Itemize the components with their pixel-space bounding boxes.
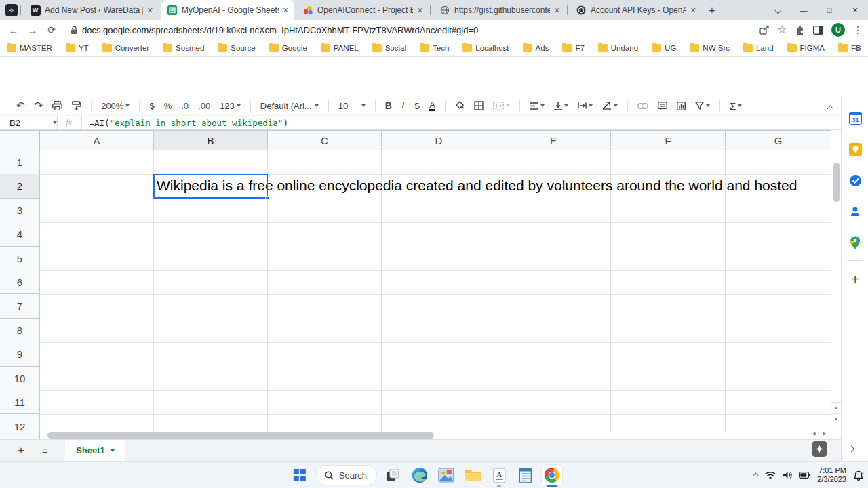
borders-button[interactable]	[474, 101, 484, 110]
contacts-icon[interactable]	[847, 203, 863, 220]
keep-icon[interactable]	[847, 141, 863, 157]
tab-close-icon[interactable]: ✕	[690, 6, 696, 15]
format-currency-button[interactable]: $	[149, 101, 154, 111]
column-header-E[interactable]: E	[496, 130, 611, 150]
row-header-8[interactable]: 8	[0, 319, 40, 342]
vertical-scrollbar[interactable]	[831, 150, 841, 413]
row-header-7[interactable]: 7	[0, 294, 40, 319]
bookmark-folder[interactable]: NW Src	[690, 44, 730, 52]
bookmark-folder[interactable]: Social	[372, 44, 406, 52]
tab-waredata[interactable]: W Add New Post ‹ WareData | Tech ✕	[24, 0, 159, 20]
column-header-A[interactable]: A	[40, 130, 154, 150]
reload-button[interactable]: ⟳	[42, 24, 61, 35]
tab-close-icon[interactable]: ✕	[283, 6, 289, 15]
scroll-right-button[interactable]: ▶	[819, 428, 830, 439]
font-size-select[interactable]: 10	[338, 101, 366, 111]
scroll-down-button[interactable]: ▼	[831, 413, 841, 424]
formula-input[interactable]: =AI("explain in short about wikipedia")	[89, 118, 288, 128]
tab-close-icon[interactable]: ✕	[417, 6, 423, 15]
bookmark-folder[interactable]: Land	[743, 44, 774, 52]
bookmark-folder[interactable]: Source	[218, 44, 255, 52]
new-tab-button[interactable]: +	[705, 3, 719, 17]
fill-color-button[interactable]	[455, 101, 465, 110]
hide-side-panel-chevron-icon[interactable]	[849, 442, 854, 454]
bookmark-folder[interactable]: PANEL	[321, 44, 359, 52]
select-all-corner[interactable]	[0, 130, 40, 150]
functions-button[interactable]: Σ	[730, 100, 742, 112]
window-close-button[interactable]: ✕	[842, 0, 868, 20]
notifications-bell-icon[interactable]: z	[853, 470, 864, 481]
all-sheets-button[interactable]: ≡	[42, 445, 47, 456]
tab-close-icon[interactable]: ✕	[147, 6, 153, 15]
tab-close-icon[interactable]: ✕	[554, 6, 560, 15]
share-page-icon[interactable]	[760, 25, 770, 35]
row-header-10[interactable]: 10	[0, 367, 40, 390]
tasks-icon[interactable]	[847, 172, 863, 188]
merge-cells-button[interactable]	[493, 102, 510, 110]
paint-format-button[interactable]	[72, 101, 81, 110]
calendar-icon[interactable]: 31	[847, 110, 863, 126]
spreadsheet-grid[interactable]: A B C D E F G 1 2 3 4 5 6 7 8 9 10 11 12	[0, 130, 841, 439]
format-percent-button[interactable]: %	[164, 101, 172, 111]
tray-chevron-up-icon[interactable]	[753, 469, 758, 481]
word-document-app-icon[interactable]: A	[489, 465, 509, 485]
collapse-toolbar-chevron-icon[interactable]	[828, 102, 833, 114]
text-rotation-button[interactable]	[602, 102, 618, 110]
pinned-tab-icon[interactable]: ✧	[5, 4, 18, 16]
name-box[interactable]: B2	[0, 118, 57, 128]
forward-button[interactable]: →	[23, 24, 42, 36]
tab-openaiconnect[interactable]: OpenAIConnect - Project Editor ✕	[297, 0, 429, 20]
bookmark-folder[interactable]: Undang	[598, 44, 638, 52]
text-color-button[interactable]: A	[429, 101, 435, 111]
create-filter-button[interactable]	[695, 102, 710, 110]
row-header-2[interactable]: 2	[0, 174, 40, 199]
insert-comment-button[interactable]	[658, 102, 667, 110]
tab-gist[interactable]: https://gist.githubusercontent.co ✕	[434, 0, 566, 20]
column-header-C[interactable]: C	[268, 130, 382, 150]
back-button[interactable]: ←	[4, 24, 23, 36]
row-header-11[interactable]: 11	[0, 390, 40, 414]
more-formats-button[interactable]: 123	[220, 101, 241, 111]
row-header-1[interactable]: 1	[0, 150, 40, 174]
taskbar-clock[interactable]: 7:01 PM 2/3/2023	[817, 466, 846, 484]
photos-app-icon[interactable]	[436, 465, 456, 485]
decrease-decimals-button[interactable]: .0	[181, 101, 189, 111]
column-header-D[interactable]: D	[382, 130, 496, 150]
window-maximize-button[interactable]: □	[816, 0, 842, 20]
zoom-select[interactable]: 200%	[101, 101, 130, 111]
undo-button[interactable]: ↶	[16, 100, 25, 112]
extensions-puzzle-icon[interactable]	[795, 25, 805, 35]
explore-button[interactable]	[812, 441, 827, 457]
tab-myopenai-sheets[interactable]: MyOpenAI - Google Sheets ✕	[161, 0, 294, 20]
bookmark-folder[interactable]: Ads	[523, 44, 549, 52]
bookmark-folder[interactable]: Localhost	[462, 44, 509, 52]
side-panel-icon[interactable]	[813, 26, 823, 35]
horizontal-align-button[interactable]	[530, 102, 545, 110]
tab-openai-api-keys[interactable]: Account API Keys - OpenAI API ✕	[570, 0, 702, 20]
bookmark-folder[interactable]: Google	[269, 44, 307, 52]
increase-decimals-button[interactable]: .00	[198, 101, 210, 111]
vertical-align-button[interactable]	[554, 102, 568, 110]
scroll-left-button[interactable]: ◀	[808, 428, 819, 439]
bookmark-folder[interactable]: Tech	[420, 44, 449, 52]
row-header-5[interactable]: 5	[0, 247, 40, 270]
bookmark-folder[interactable]: FIGMA	[787, 44, 825, 52]
print-button[interactable]	[52, 101, 62, 110]
insert-link-button[interactable]	[637, 103, 648, 109]
row-header-4[interactable]: 4	[0, 222, 40, 247]
bookmark-folder[interactable]: Converter	[102, 44, 150, 52]
redo-button[interactable]: ↷	[35, 100, 43, 112]
maps-icon[interactable]	[847, 235, 863, 251]
font-select[interactable]: Default (Ari...	[260, 101, 319, 111]
browser-menu-chevron-icon[interactable]	[765, 0, 791, 20]
vertical-scrollbar-thumb[interactable]	[833, 163, 840, 202]
column-header-F[interactable]: F	[611, 130, 726, 150]
file-explorer-icon[interactable]	[462, 465, 483, 485]
chrome-icon[interactable]	[542, 465, 562, 485]
lock-icon[interactable]	[71, 26, 78, 35]
column-header-B[interactable]: B	[154, 130, 268, 150]
bookmark-folder[interactable]: YT	[66, 44, 89, 52]
get-addons-plus-icon[interactable]: +	[847, 271, 863, 287]
bookmark-folder[interactable]: MASTER	[7, 44, 52, 52]
taskbar-search[interactable]: Search	[316, 465, 377, 485]
